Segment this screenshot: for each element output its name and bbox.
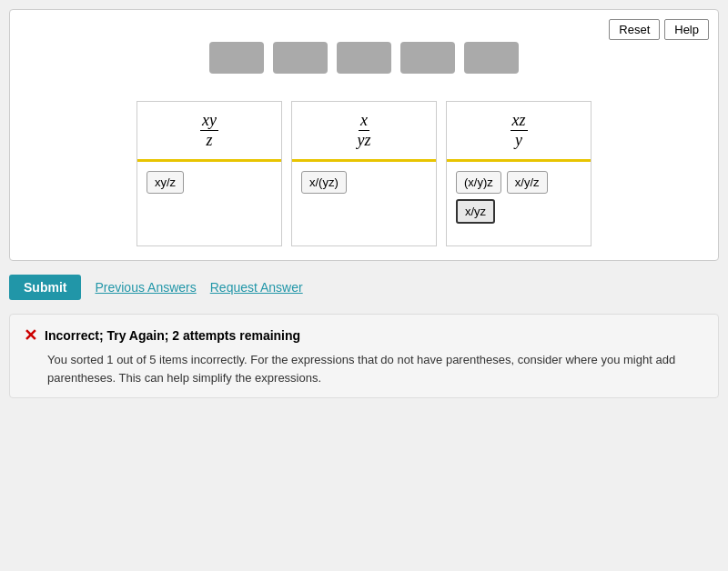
column-3: xz y (x/y)z x/y/z x/yz [446,101,592,246]
chip-xdydz[interactable]: x/y/z [507,171,548,194]
feedback-box: ✕ Incorrect; Try Again; 2 attempts remai… [9,314,719,398]
column-2-header: x yz [292,102,436,162]
col2-numerator: x [359,111,369,131]
submit-button[interactable]: Submit [9,275,81,300]
feedback-message: You sorted 1 out of 5 items incorrectly.… [47,351,704,386]
column-1-fraction: xy z [200,111,218,150]
previous-answers-button[interactable]: Previous Answers [95,280,196,295]
column-2: x yz x/(yz) [291,101,437,246]
col3-numerator: xz [511,111,528,131]
drag-placeholder-5[interactable] [464,42,519,74]
column-3-body[interactable]: (x/y)z x/y/z x/yz [447,162,591,245]
help-button[interactable]: Help [664,19,709,40]
col1-numerator: xy [200,111,218,131]
column-2-body[interactable]: x/(yz) [292,162,436,245]
error-icon: ✕ [24,326,37,346]
column-3-header: xz y [447,102,591,162]
chip-xoyz[interactable]: (x/y)z [456,171,501,194]
column-1: xy z xy/z [136,101,282,246]
col2-denominator: yz [356,131,373,150]
drag-placeholder-1[interactable] [209,42,264,74]
drag-placeholder-3[interactable] [337,42,391,74]
question-box: Reset Help xy z xy/z [9,9,719,261]
feedback-title: Incorrect; Try Again; 2 attempts remaini… [45,328,300,343]
drag-items-area [24,42,704,74]
column-3-fraction: xz y [511,111,528,150]
col3-denominator: y [513,131,524,150]
reset-button[interactable]: Reset [609,19,660,40]
chip-xy-z[interactable]: xy/z [147,171,184,194]
columns-area: xy z xy/z x yz x/(yz) [127,101,601,246]
chip-x-yz[interactable]: x/(yz) [301,171,347,194]
bottom-bar: Submit Previous Answers Request Answer [9,270,719,305]
main-container: Reset Help xy z xy/z [0,0,728,407]
col1-denominator: z [204,131,214,150]
request-answer-button[interactable]: Request Answer [210,280,303,295]
column-1-header: xy z [137,102,281,162]
drag-placeholder-4[interactable] [400,42,455,74]
feedback-header: ✕ Incorrect; Try Again; 2 attempts remai… [24,326,704,346]
drag-placeholder-2[interactable] [273,42,328,74]
column-2-fraction: x yz [356,111,373,150]
chip-xdyz-selected[interactable]: x/yz [456,199,495,224]
column-1-body[interactable]: xy/z [137,162,281,245]
top-buttons: Reset Help [609,19,709,40]
